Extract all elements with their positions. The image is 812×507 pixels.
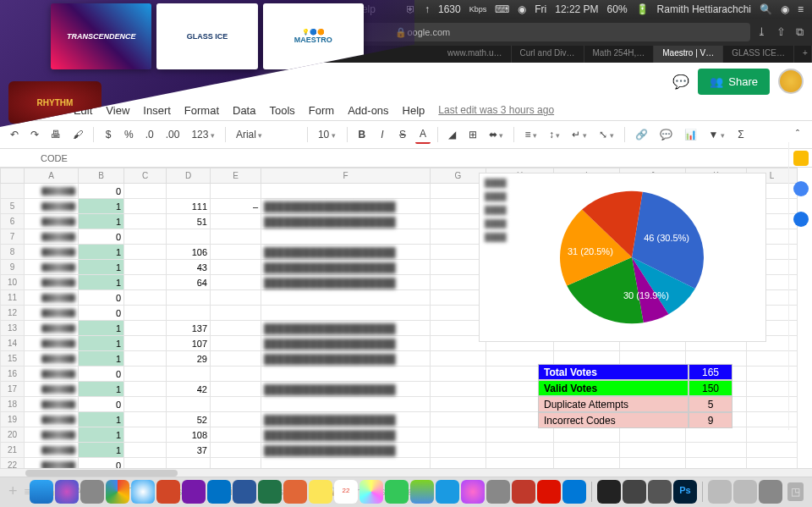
spreadsheet-grid[interactable]: ABCDEFGHIJKL 0 5 1 111 – ███████████████…	[0, 168, 812, 468]
borders-button[interactable]: ⊞	[465, 126, 480, 143]
merge-button[interactable]: ⬌	[486, 126, 508, 143]
collapse-toolbar-button[interactable]: ˆ	[790, 126, 805, 143]
doc-menubar: File Edit View Insert Format Data Tools …	[0, 100, 812, 120]
strike-button[interactable]: S	[395, 126, 410, 143]
calendar-icon[interactable]	[793, 181, 809, 196]
docmenu-addons[interactable]: Add-ons	[348, 104, 388, 117]
dock-itunes-icon[interactable]	[461, 480, 485, 504]
fill-color-button[interactable]: ◢	[445, 126, 460, 143]
dock-app1-icon[interactable]	[512, 480, 535, 504]
dock-photos-icon[interactable]	[359, 480, 383, 504]
currency-button[interactable]: $	[101, 126, 116, 143]
dock-preferences-icon[interactable]	[486, 480, 510, 504]
dock-folder2-icon[interactable]	[733, 480, 757, 504]
dock-calendar-icon[interactable]: 22	[334, 480, 358, 504]
menubar-time: 12:22 PM	[555, 3, 598, 15]
download-icon[interactable]: ⤓	[757, 25, 766, 39]
tab-0[interactable]: www.math.u…	[439, 46, 511, 63]
wrap-button[interactable]: ↵	[568, 126, 590, 143]
font-size-dropdown[interactable]: 10	[315, 127, 340, 142]
docmenu-insert[interactable]: Insert	[143, 104, 171, 117]
search-icon[interactable]: 🔍	[760, 3, 772, 15]
dock-messages-icon[interactable]	[385, 480, 409, 504]
percent-button[interactable]: %	[121, 126, 137, 143]
dock-vscode-icon[interactable]	[562, 480, 586, 504]
dock-folder1-icon[interactable]	[708, 480, 732, 504]
formula-bar[interactable]: CODE	[0, 149, 812, 168]
functions-button[interactable]: Σ	[733, 126, 749, 143]
dock-photoshop-icon[interactable]: Ps	[673, 480, 697, 504]
docmenu-format[interactable]: Format	[184, 104, 219, 117]
print-button[interactable]: 🖶	[47, 126, 64, 143]
dock-outlook-icon[interactable]	[207, 480, 231, 504]
text-color-button[interactable]: A	[415, 125, 431, 144]
docmenu-tools[interactable]: Tools	[269, 104, 294, 117]
dec-decrease-button[interactable]: .0	[142, 126, 157, 143]
tab-2[interactable]: Math 254H,…	[584, 46, 655, 63]
comment-button[interactable]: 💬	[656, 126, 676, 143]
horizontal-scrollbar[interactable]	[0, 468, 812, 477]
dock-launchpad-icon[interactable]	[80, 480, 104, 504]
tab-3[interactable]: Maestro | V…	[654, 46, 723, 63]
keyboard-icon[interactable]: ⌨	[495, 3, 509, 15]
dock-matlab-icon[interactable]	[283, 480, 307, 504]
link-button[interactable]: 🔗	[632, 126, 651, 143]
pie-chart[interactable]: ████████████████████ 46 (30.5%) 31 (20.5…	[479, 173, 766, 342]
share-icon[interactable]: ⇧	[776, 25, 786, 39]
battery-icon[interactable]: 🔋	[636, 3, 649, 15]
notification-icon[interactable]: ≡	[798, 3, 804, 15]
dock-siri-icon[interactable]	[55, 480, 79, 504]
dock-word-icon[interactable]	[233, 480, 256, 504]
dock-appstore-icon[interactable]	[436, 480, 459, 504]
tasks-icon[interactable]	[793, 212, 809, 227]
menubar-user[interactable]: Ramith Hettiarachchi	[657, 3, 751, 15]
number-format-dropdown[interactable]: 123	[188, 126, 218, 143]
italic-button[interactable]: I	[375, 126, 390, 143]
dock-trash-icon[interactable]	[759, 480, 782, 504]
tab-4[interactable]: GLASS ICE…	[723, 46, 794, 63]
halign-button[interactable]: ≡	[521, 126, 540, 143]
dock-onenote-icon[interactable]	[182, 480, 206, 504]
dock-excel-icon[interactable]	[258, 480, 282, 504]
last-edit-link[interactable]: Last edit was 3 hours ago	[438, 104, 554, 116]
tabs-icon[interactable]: ⧉	[796, 25, 804, 39]
dock-maps-icon[interactable]	[410, 480, 434, 504]
dock-chrome-icon[interactable]	[106, 480, 129, 504]
docmenu-view[interactable]: View	[106, 104, 129, 117]
side-panel	[788, 142, 812, 430]
dock-mathematica-icon[interactable]	[537, 480, 561, 504]
dock-powerpoint-icon[interactable]	[156, 480, 180, 504]
dock-app2-icon[interactable]	[623, 480, 646, 504]
docmenu-data[interactable]: Data	[233, 104, 255, 117]
redo-button[interactable]: ↷	[27, 126, 42, 143]
undo-button[interactable]: ↶	[7, 126, 22, 143]
share-button[interactable]: 👥 Share	[698, 69, 770, 95]
dock-app3-icon[interactable]	[648, 480, 672, 504]
rotate-button[interactable]: ⤡	[595, 126, 617, 143]
docmenu-form[interactable]: Form	[309, 104, 334, 117]
expose-thumb-2[interactable]: GLASS ICE	[156, 3, 257, 69]
siri-icon[interactable]: ◉	[781, 3, 789, 15]
comments-icon[interactable]: 💬	[672, 74, 689, 90]
bold-button[interactable]: B	[354, 126, 370, 143]
valign-button[interactable]: ↕	[546, 126, 564, 143]
tab-1[interactable]: Curl and Div…	[512, 46, 584, 63]
chart-button[interactable]: 📊	[681, 126, 700, 143]
paint-format-button[interactable]: 🖌	[69, 126, 86, 143]
dec-increase-button[interactable]: .00	[162, 126, 184, 143]
dock-finder-icon[interactable]	[30, 480, 53, 504]
dock-safari-icon[interactable]	[131, 480, 155, 504]
account-avatar[interactable]	[778, 69, 804, 94]
wifi-icon[interactable]: ◉	[518, 3, 526, 15]
dock-terminal-icon[interactable]	[597, 480, 621, 504]
dock-notes-icon[interactable]	[309, 480, 332, 504]
expose-thumb-1[interactable]: TRANSCENDENCE	[51, 3, 151, 69]
filter-button[interactable]: ▼	[705, 126, 728, 143]
name-box[interactable]: CODE	[7, 153, 49, 163]
docmenu-help[interactable]: Help	[403, 104, 425, 117]
keep-icon[interactable]	[793, 151, 809, 166]
font-dropdown[interactable]: Arial	[233, 127, 300, 142]
network-kbps: 1630	[438, 3, 461, 15]
mac-dock: 22 Ps	[0, 477, 812, 507]
new-tab-button[interactable]: +	[794, 46, 812, 63]
